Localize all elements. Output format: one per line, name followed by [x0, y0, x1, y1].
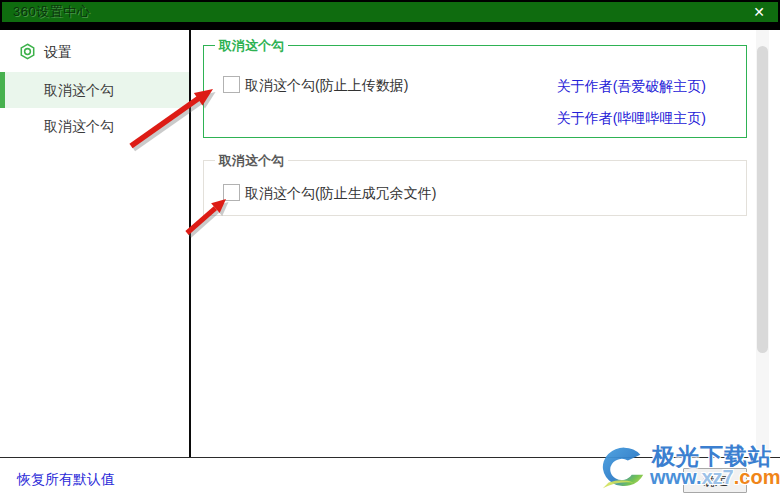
sidebar-divider — [189, 30, 191, 457]
settings-gear-icon — [19, 43, 36, 60]
checkbox-prevent-redundant-files[interactable] — [223, 184, 240, 201]
ok-button[interactable]: 确定 — [683, 468, 747, 493]
footer-bar: 恢复所有默认值 确定 — [0, 457, 780, 500]
link-author-bilibili[interactable]: 关于作者(哔哩哔哩主页) — [557, 110, 706, 128]
scrollbar-thumb[interactable] — [757, 46, 768, 353]
sidebar-item-uncheck-1[interactable]: 取消这个勾 — [0, 72, 189, 108]
sidebar-item-label: 取消这个勾 — [44, 72, 114, 108]
restore-defaults-link[interactable]: 恢复所有默认值 — [17, 471, 115, 489]
scrollbar[interactable] — [756, 30, 769, 457]
group-box-prevent-redundant-files: 取消这个勾 取消这个勾(防止生成冗余文件) — [203, 160, 747, 216]
checkbox-label[interactable]: 取消这个勾(防止上传数据) — [245, 77, 408, 95]
group-box-prevent-upload: 取消这个勾 取消这个勾(防止上传数据) 关于作者(吾爱破解主页) 关于作者(哔哩… — [203, 45, 747, 138]
sidebar-item-label: 取消这个勾 — [44, 108, 114, 144]
sidebar: 设置 取消这个勾 取消这个勾 — [0, 30, 189, 457]
link-author-52pojie[interactable]: 关于作者(吾爱破解主页) — [557, 78, 706, 96]
main-area: 设置 取消这个勾 取消这个勾 取消这个勾 取消这个勾(防止上传数据) 关于作者(… — [0, 30, 780, 457]
window-frame: 360设置中心 ✕ — [0, 0, 780, 30]
window-title: 360设置中心 — [13, 2, 90, 22]
sidebar-header-label: 设置 — [44, 40, 72, 64]
titlebar: 360设置中心 ✕ — [2, 2, 778, 22]
sidebar-item-uncheck-2[interactable]: 取消这个勾 — [0, 108, 189, 144]
checkbox-label[interactable]: 取消这个勾(防止生成冗余文件) — [245, 185, 436, 203]
close-icon[interactable]: ✕ — [753, 2, 765, 22]
sidebar-header: 设置 — [0, 40, 189, 64]
checkbox-prevent-upload[interactable] — [223, 76, 240, 93]
group-legend: 取消这个勾 — [215, 152, 288, 170]
group-legend: 取消这个勾 — [215, 37, 288, 55]
